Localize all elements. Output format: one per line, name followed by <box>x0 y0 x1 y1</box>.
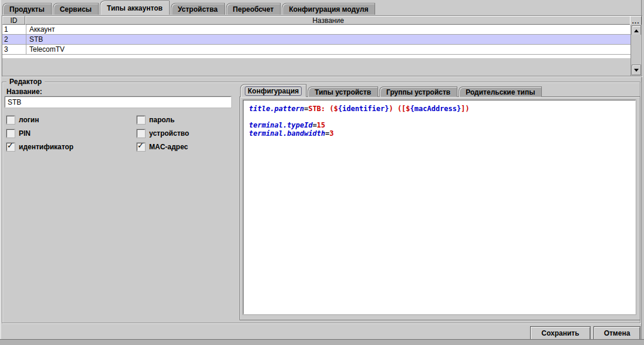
config-segment-val: 3 <box>329 129 333 138</box>
name-field-label: Название: <box>6 88 42 96</box>
main-tab-label: Устройства <box>178 5 218 14</box>
cancel-button[interactable]: Отмена <box>594 326 640 340</box>
main-tab-4[interactable]: Переобсчет <box>226 3 281 15</box>
config-segment-var: {macAddress} <box>410 105 461 113</box>
main-tab-label: Переобсчет <box>233 5 274 14</box>
editor-tab-2[interactable]: Группы устройств <box>379 86 457 97</box>
checkbox-label: PIN <box>19 129 31 138</box>
main-tab-label: Конфигурация модуля <box>289 5 368 14</box>
table-row[interactable]: 2STB <box>2 35 631 45</box>
checkbox-label: MAC-адрес <box>149 143 188 151</box>
editor-tabbar: КонфигурацияТипы устройствГруппы устройс… <box>240 85 542 97</box>
column-header-name[interactable]: Название <box>25 16 631 25</box>
main-tabbar: ПродуктыСервисыТипы аккаунтовУстройстваП… <box>2 1 375 15</box>
config-segment-val: STB: ($ <box>308 105 338 113</box>
scrollbar-track[interactable] <box>632 35 641 66</box>
cell-id: 3 <box>2 45 26 54</box>
config-segment-val: ]) <box>461 105 469 113</box>
checkbox-item[interactable]: устройство <box>137 129 241 138</box>
editor-tab-label: Группы устройств <box>386 88 450 96</box>
cell-name: TelecomTV <box>26 45 631 54</box>
app-window: ПродуктыСервисыТипы аккаунтовУстройстваП… <box>0 0 644 345</box>
main-tab-2[interactable]: Типы аккаунтов <box>100 1 170 15</box>
editor-tab-1[interactable]: Типы устройств <box>308 86 378 97</box>
arrow-up-icon <box>634 29 639 32</box>
checkbox-item[interactable]: ✓MAC-адрес <box>137 143 241 151</box>
config-editor[interactable]: title.pattern=STB: (${identifier}) ([${m… <box>243 100 636 314</box>
config-line: terminal.bandwidth=3 <box>249 129 635 138</box>
main-tab-5[interactable]: Конфигурация модуля <box>282 3 375 15</box>
window-edge-left <box>0 0 1 345</box>
config-segment-key: title.pattern <box>249 105 304 113</box>
checkmark-icon: ✓ <box>7 142 14 150</box>
table-empty-space <box>2 55 631 58</box>
config-line <box>249 113 635 121</box>
editor-group-title: Редактор <box>6 78 45 86</box>
editor-tab-label: Конфигурация <box>245 86 302 96</box>
config-line: title.pattern=STB: (${identifier}) ([${m… <box>249 105 635 113</box>
scroll-down-button[interactable] <box>632 65 641 75</box>
main-tab-1[interactable]: Сервисы <box>53 3 99 15</box>
checkbox-label: логин <box>19 116 39 124</box>
table-row[interactable]: 3TelecomTV <box>2 45 631 55</box>
config-segment-var: {identifier} <box>338 105 389 113</box>
main-tab-3[interactable]: Устройства <box>171 3 225 15</box>
window-bottom-edge <box>0 339 644 345</box>
config-segment-val: ) ([$ <box>389 105 410 113</box>
checkbox-item[interactable]: PIN <box>6 129 137 138</box>
column-header-id[interactable]: ID <box>2 16 25 25</box>
editor-tab-3[interactable]: Родительские типы <box>458 86 542 97</box>
checkbox-unchecked-icon[interactable] <box>137 129 145 138</box>
checkbox-item[interactable]: ✓идентификатор <box>6 143 137 151</box>
cell-id: 2 <box>2 35 26 44</box>
cell-name: STB <box>26 35 631 44</box>
config-line: terminal.typeId=15 <box>249 121 635 129</box>
table-body: 1Аккаунт2STB3TelecomTV <box>2 25 631 76</box>
checkbox-label: идентификатор <box>19 143 73 151</box>
checkbox-unchecked-icon[interactable] <box>6 116 15 124</box>
checkmark-icon: ✓ <box>137 142 144 150</box>
main-tab-label: Типы аккаунтов <box>107 4 163 12</box>
editor-tab-0[interactable]: Конфигурация <box>240 84 306 97</box>
main-tab-label: Сервисы <box>60 5 92 14</box>
editor-tab-label: Типы устройств <box>315 88 371 96</box>
arrow-down-icon <box>634 69 639 72</box>
checkbox-unchecked-icon[interactable] <box>137 116 145 124</box>
table-vertical-scrollbar <box>630 25 642 76</box>
main-tab-0[interactable]: Продукты <box>2 3 52 15</box>
checkbox-label: пароль <box>149 116 174 124</box>
cell-name: Аккаунт <box>26 25 631 34</box>
main-tab-label: Продукты <box>9 5 45 14</box>
config-segment-key: terminal.bandwidth <box>249 129 325 138</box>
checkbox-checked-icon[interactable]: ✓ <box>6 143 15 151</box>
checkbox-item[interactable]: пароль <box>137 116 241 124</box>
checkbox-checked-icon[interactable]: ✓ <box>137 143 145 151</box>
table-row[interactable]: 1Аккаунт <box>2 25 631 35</box>
account-types-table: ID Название ... 1Аккаунт2STB3TelecomTV <box>2 15 642 76</box>
name-input[interactable] <box>5 96 231 108</box>
save-button[interactable]: Сохранить <box>530 326 591 340</box>
checkbox-item[interactable]: логин <box>6 116 137 124</box>
config-segment-op: = <box>312 121 316 129</box>
attribute-checkbox-grid: логинпарольPINустройство✓идентификатор✓M… <box>6 116 241 151</box>
config-segment-key: terminal.typeId <box>249 121 312 129</box>
cell-id: 1 <box>2 25 26 34</box>
editor-tab-label: Родительские типы <box>466 88 535 96</box>
checkbox-unchecked-icon[interactable] <box>6 129 15 138</box>
checkbox-label: устройство <box>149 129 189 138</box>
table-header: ID Название <box>2 16 631 25</box>
config-segment-val: 15 <box>317 121 325 129</box>
